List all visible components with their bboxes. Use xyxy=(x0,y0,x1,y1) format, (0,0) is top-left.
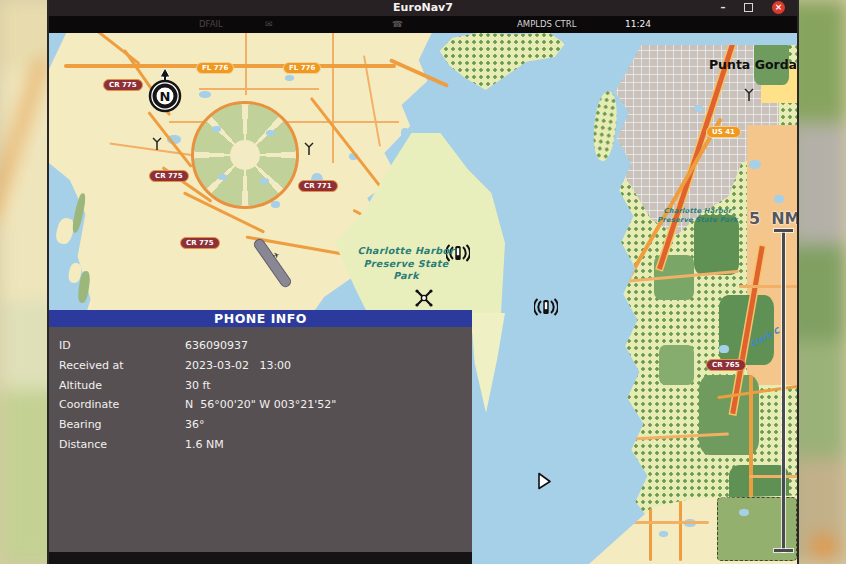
road-badge-cr775: CR 775 xyxy=(103,79,143,91)
status-bar: DFAIL ✉ ☎ AMPLDS CTRL 11:24 xyxy=(49,16,797,33)
antenna-icon xyxy=(743,87,755,101)
maximize-button[interactable] xyxy=(744,3,753,12)
land-east xyxy=(599,45,797,564)
road-badge-cr775: CR 775 xyxy=(149,170,189,182)
antenna-icon xyxy=(151,136,163,150)
street xyxy=(739,285,797,288)
phone-signal-icon[interactable] xyxy=(534,297,558,317)
info-row-received: Received at 2023-03-02 13:00 xyxy=(49,356,472,376)
pond xyxy=(749,160,761,169)
street xyxy=(679,496,682,561)
street xyxy=(332,33,334,163)
pond xyxy=(199,91,211,98)
street xyxy=(199,88,319,90)
compass-letter: N xyxy=(160,89,171,104)
pond xyxy=(659,531,668,537)
woods xyxy=(659,345,694,385)
scale-bar-cap xyxy=(774,229,793,232)
peninsula-tip xyxy=(467,313,505,413)
scale-label: 5NM xyxy=(749,209,797,228)
street xyxy=(649,501,652,561)
phone-info-header[interactable]: PHONE INFO xyxy=(49,310,472,327)
pond xyxy=(719,345,729,353)
envelope-icon: ✉ xyxy=(265,18,273,31)
clock: 11:24 xyxy=(625,18,651,31)
window-title: EuroNav7 xyxy=(393,1,453,14)
road-badge-fl776: FL 776 xyxy=(283,62,321,74)
road-badge-cr771: CR 771 xyxy=(298,180,338,192)
minimize-button[interactable]: – xyxy=(717,2,729,14)
park-label-small: Charlotte Harbor Preserve State Park xyxy=(645,207,750,224)
title-bar[interactable]: EuroNav7 – × xyxy=(49,0,797,16)
pond xyxy=(694,105,703,112)
road-badge-fl776: FL 776 xyxy=(196,62,234,74)
pond xyxy=(401,128,409,138)
app-window: EuroNav7 – × DFAIL ✉ ☎ AMPLDS CTRL 11:24 xyxy=(47,0,799,564)
map-canvas[interactable]: ✈ xyxy=(49,33,797,564)
ctrl-status: AMPLDS CTRL xyxy=(517,18,576,31)
dfail-status: DFAIL xyxy=(199,18,223,31)
phone-icon: ☎ xyxy=(392,18,403,31)
info-row-coordinate: Coordinate N 56°00'20" W 003°21'52" xyxy=(49,395,472,415)
cursor-icon xyxy=(536,472,552,490)
info-row-bearing: Bearing 36° xyxy=(49,415,472,435)
road-badge-cr775: CR 775 xyxy=(180,237,220,249)
compass-rose-icon: N xyxy=(147,67,183,115)
woods xyxy=(694,215,739,275)
antenna-icon xyxy=(303,141,315,155)
park-label: Charlotte Harbor Preserve State Park xyxy=(337,245,475,283)
island-preserve xyxy=(589,90,621,162)
info-row-id: ID 636090937 xyxy=(49,336,472,356)
scale-bar xyxy=(782,231,785,552)
street xyxy=(629,521,709,524)
rotonda-circle xyxy=(191,101,299,209)
road-badge-us41: US 41 xyxy=(706,126,741,138)
pond xyxy=(271,201,280,208)
pond xyxy=(417,93,426,99)
island-preserve xyxy=(437,33,565,93)
close-button[interactable]: × xyxy=(772,1,785,14)
info-row-distance: Distance 1.6 NM xyxy=(49,435,472,455)
windmill-icon xyxy=(414,288,434,308)
screen: { "window": { "title": "EuroNav7", "cont… xyxy=(0,0,846,564)
city-label: Punta Gorda xyxy=(697,57,797,72)
phone-info-panel: ID 636090937 Received at 2023-03-02 13:0… xyxy=(49,327,472,552)
land-south xyxy=(589,491,797,564)
pond xyxy=(285,75,294,81)
street xyxy=(749,475,797,478)
phone-info-footer xyxy=(49,552,472,564)
road-badge-cr765: CR 765 xyxy=(706,359,746,371)
info-row-altitude: Altitude 30 ft xyxy=(49,376,472,396)
pond xyxy=(774,195,784,203)
pond xyxy=(739,509,749,516)
scale-bar-cap xyxy=(774,549,793,552)
